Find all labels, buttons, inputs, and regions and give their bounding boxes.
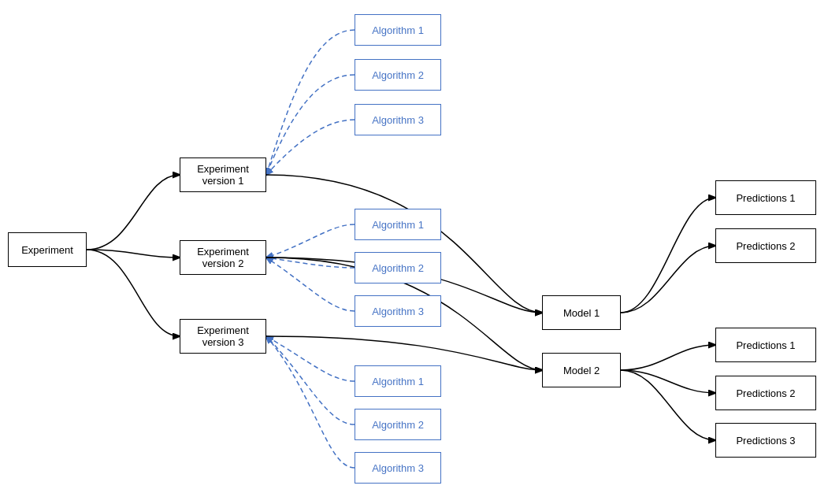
- pred1-m1-node: Predictions 1: [715, 180, 816, 215]
- alg3-g2-node: Algorithm 3: [355, 295, 441, 327]
- exp-v1-node: Experimentversion 1: [180, 158, 266, 192]
- alg1-g2-node: Algorithm 1: [355, 209, 441, 240]
- alg2-g2-node: Algorithm 2: [355, 252, 441, 284]
- pred1-m2-node: Predictions 1: [715, 328, 816, 362]
- exp-v2-node: Experimentversion 2: [180, 240, 266, 275]
- model2-node: Model 2: [542, 353, 621, 387]
- alg1-g3-node: Algorithm 1: [355, 365, 441, 397]
- exp-v3-node: Experimentversion 3: [180, 319, 266, 354]
- alg2-g1-node: Algorithm 2: [355, 59, 441, 91]
- model1-node: Model 1: [542, 295, 621, 330]
- experiment-node: Experiment: [8, 232, 87, 267]
- alg1-g1-node: Algorithm 1: [355, 14, 441, 46]
- alg3-g3-node: Algorithm 3: [355, 452, 441, 484]
- alg2-g3-node: Algorithm 2: [355, 409, 441, 440]
- pred2-m2-node: Predictions 2: [715, 376, 816, 410]
- pred3-m2-node: Predictions 3: [715, 423, 816, 458]
- pred2-m1-node: Predictions 2: [715, 228, 816, 263]
- alg3-g1-node: Algorithm 3: [355, 104, 441, 135]
